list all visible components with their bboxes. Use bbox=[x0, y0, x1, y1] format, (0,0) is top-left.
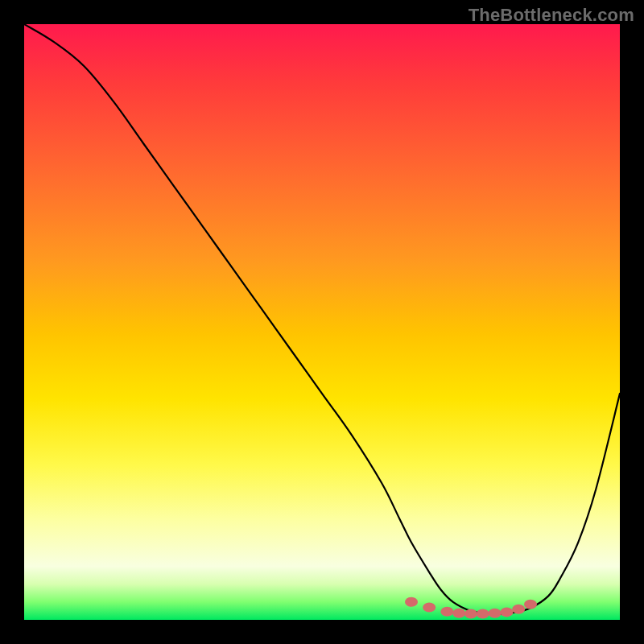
highlight-dot bbox=[440, 607, 453, 617]
highlight-dots bbox=[24, 24, 620, 620]
highlight-dot bbox=[464, 609, 477, 619]
watermark-label: TheBottleneck.com bbox=[469, 5, 634, 26]
highlight-dot bbox=[405, 597, 418, 607]
chart-frame: TheBottleneck.com bbox=[0, 0, 644, 644]
highlight-dot bbox=[452, 609, 465, 618]
highlight-dot bbox=[500, 607, 513, 617]
plot-area bbox=[24, 24, 620, 620]
highlight-dot bbox=[489, 609, 502, 618]
highlight-dot bbox=[423, 602, 436, 612]
highlight-dot bbox=[512, 605, 525, 614]
highlight-dot bbox=[477, 609, 489, 619]
highlight-dot bbox=[524, 600, 537, 609]
